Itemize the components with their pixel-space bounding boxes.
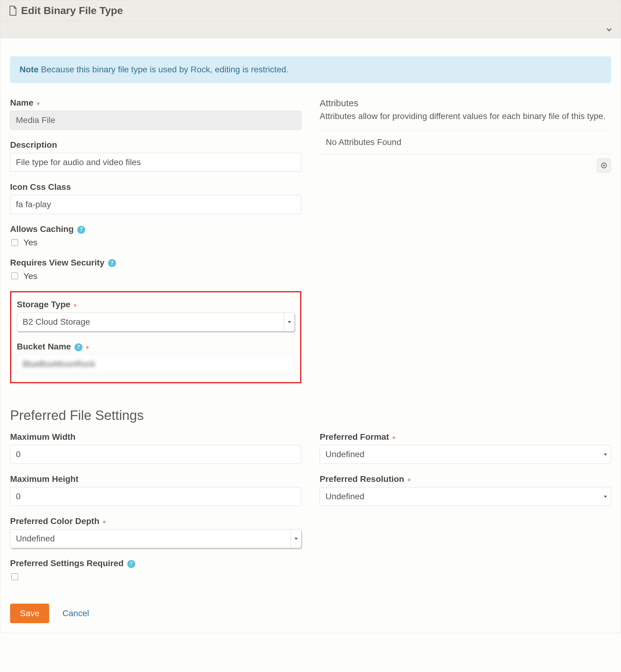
chevron-down-icon	[284, 313, 294, 331]
required-indicator: ●	[392, 434, 396, 441]
required-indicator: ●	[36, 100, 40, 106]
left-column: Name ● Description Icon Css Class Allows…	[10, 98, 301, 393]
help-icon[interactable]: ?	[108, 259, 116, 267]
requires-view-security-label: Requires View Security ?	[10, 258, 301, 268]
help-icon[interactable]: ?	[127, 560, 135, 568]
allows-caching-checkbox[interactable]	[11, 239, 18, 246]
settings-required-label: Preferred Settings Required ?	[10, 558, 301, 568]
required-indicator: ●	[102, 518, 106, 525]
cancel-button[interactable]: Cancel	[61, 608, 91, 619]
storage-type-label: Storage Type ●	[17, 300, 295, 309]
bucket-name-input[interactable]	[17, 355, 295, 373]
svg-marker-0	[288, 321, 291, 323]
required-indicator: ●	[85, 344, 89, 350]
chevron-down-icon[interactable]	[605, 25, 613, 34]
note-text: Because this binary file type is used by…	[41, 65, 289, 74]
svg-marker-6	[604, 496, 607, 498]
required-indicator: ●	[407, 476, 411, 483]
attributes-empty-row: No Attributes Found	[320, 130, 611, 154]
name-input	[10, 111, 301, 130]
chevron-down-icon	[600, 445, 611, 463]
description-input[interactable]	[10, 153, 301, 172]
svg-marker-5	[604, 454, 607, 456]
help-icon[interactable]: ?	[75, 343, 82, 351]
max-width-input[interactable]	[10, 445, 301, 464]
allows-caching-label: Allows Caching ?	[10, 224, 301, 234]
note-box: Note Because this binary file type is us…	[10, 56, 611, 83]
requires-view-security-option: Yes	[24, 271, 38, 280]
color-depth-label: Preferred Color Depth ●	[10, 517, 301, 526]
attributes-description: Attributes allow for providing different…	[320, 111, 611, 121]
right-column: Attributes Attributes allow for providin…	[320, 98, 611, 393]
max-height-input[interactable]	[10, 487, 301, 506]
bucket-name-label: Bucket Name ? ●	[17, 342, 295, 352]
requires-view-security-checkbox[interactable]	[11, 272, 18, 279]
panel-header: Edit Binary File Type	[0, 0, 621, 21]
preferred-format-select[interactable]: Undefined	[320, 445, 611, 464]
add-attribute-button[interactable]	[597, 159, 611, 172]
svg-marker-4	[294, 538, 298, 540]
help-icon[interactable]: ?	[77, 226, 85, 234]
attributes-title: Attributes	[320, 98, 611, 108]
panel-subbar	[0, 21, 621, 38]
preferred-file-settings-title: Preferred File Settings	[10, 408, 611, 423]
edit-binary-file-type-panel: Edit Binary File Type Note Because this …	[0, 0, 621, 633]
chevron-down-icon	[600, 487, 611, 506]
panel-title: Edit Binary File Type	[21, 5, 123, 16]
file-icon	[9, 5, 17, 16]
name-label: Name ●	[10, 98, 301, 108]
description-label: Description	[10, 140, 301, 150]
allows-caching-option: Yes	[24, 238, 38, 247]
required-indicator: ●	[73, 302, 77, 308]
settings-required-checkbox[interactable]	[11, 573, 18, 580]
icon-css-class-input[interactable]	[10, 195, 301, 214]
plus-circle-icon	[601, 162, 607, 169]
max-height-label: Maximum Height	[10, 474, 301, 484]
preferred-resolution-label: Preferred Resolution ●	[320, 474, 611, 484]
chevron-down-icon	[291, 530, 301, 548]
preferred-resolution-select[interactable]: Undefined	[320, 487, 611, 506]
save-button[interactable]: Save	[10, 603, 49, 623]
icon-css-class-label: Icon Css Class	[10, 182, 301, 192]
panel-body: Note Because this binary file type is us…	[0, 38, 621, 633]
note-label: Note	[19, 65, 38, 74]
max-width-label: Maximum Width	[10, 432, 301, 442]
color-depth-select[interactable]: Undefined	[10, 529, 301, 548]
preferred-format-label: Preferred Format ●	[320, 432, 611, 442]
storage-type-select[interactable]: B2 Cloud Storage	[17, 313, 295, 331]
actions-bar: Save Cancel	[10, 603, 611, 623]
storage-highlight-box: Storage Type ● B2 Cloud Storage Buck	[10, 291, 301, 383]
